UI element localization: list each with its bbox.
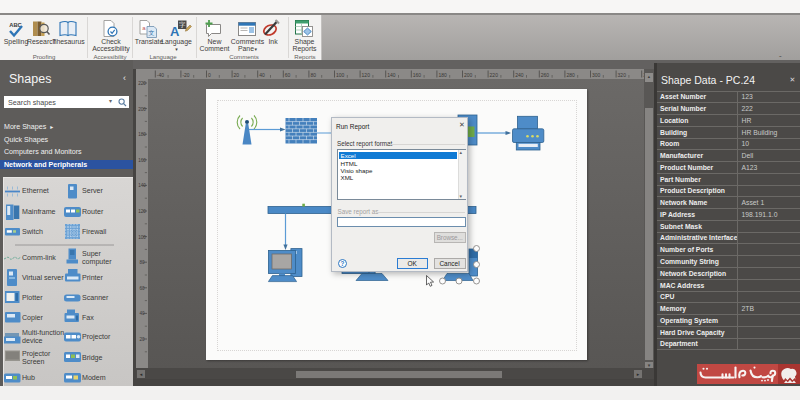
svg-text:280: 280 bbox=[566, 72, 575, 78]
svg-text:180: 180 bbox=[138, 132, 146, 137]
svg-text:220: 220 bbox=[490, 72, 499, 78]
svg-text:140: 140 bbox=[387, 72, 396, 78]
svg-text:240: 240 bbox=[515, 72, 524, 78]
svg-text:80: 80 bbox=[139, 260, 145, 265]
svg-text:200: 200 bbox=[138, 107, 146, 112]
svg-text:100: 100 bbox=[138, 235, 146, 240]
svg-text:80: 80 bbox=[310, 72, 316, 78]
svg-text:60: 60 bbox=[139, 286, 145, 291]
svg-text:60: 60 bbox=[285, 72, 291, 78]
svg-text:140: 140 bbox=[138, 183, 146, 188]
svg-text:40: 40 bbox=[139, 311, 145, 316]
svg-text:160: 160 bbox=[413, 72, 422, 78]
svg-text:160: 160 bbox=[138, 158, 146, 163]
svg-text:0: 0 bbox=[208, 72, 211, 78]
svg-text:300: 300 bbox=[592, 72, 601, 78]
svg-text:20: 20 bbox=[139, 337, 145, 342]
svg-text:220: 220 bbox=[138, 81, 146, 86]
svg-text:40: 40 bbox=[259, 72, 265, 78]
svg-text:120: 120 bbox=[138, 209, 146, 214]
svg-text:260: 260 bbox=[541, 72, 550, 78]
svg-text:20: 20 bbox=[234, 72, 240, 78]
svg-text:180: 180 bbox=[438, 72, 447, 78]
svg-text:120: 120 bbox=[362, 72, 371, 78]
svg-text:字: 字 bbox=[179, 21, 186, 28]
svg-text:320: 320 bbox=[618, 72, 627, 78]
svg-text:-20: -20 bbox=[182, 72, 189, 78]
svg-text:200: 200 bbox=[464, 72, 473, 78]
svg-text:100: 100 bbox=[336, 72, 345, 78]
svg-text:文: 文 bbox=[149, 29, 155, 36]
svg-text:-40: -40 bbox=[157, 72, 164, 78]
